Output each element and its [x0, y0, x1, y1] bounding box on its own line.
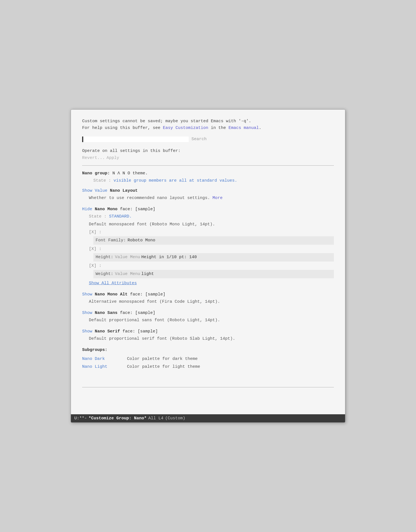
nano-mono-field2-label: Height:	[96, 254, 113, 261]
nano-layout-show-hide[interactable]: Show Value	[82, 188, 107, 193]
nano-mono-field2: Height: Value Menu Height in 1/10 pt: 14…	[93, 253, 334, 262]
info-line1: Custom settings cannot be saved; maybe y…	[82, 119, 251, 124]
nano-mono-field2-value: Height in 1/10 pt: 140	[141, 254, 197, 261]
nano-mono-alt-name: Nano Mono Alt	[95, 292, 128, 297]
nano-mono-state-value: STANDARD.	[109, 214, 132, 219]
nano-mono-field3-label: Weight:	[96, 271, 113, 277]
nano-mono-alt-entry: Show Nano Mono Alt face: [sample] Altern…	[82, 291, 334, 305]
nano-group-state-line: State : visible group members are all at…	[93, 177, 334, 184]
nano-sans-entry: Show Nano Sans face: [sample] Default pr…	[82, 310, 334, 324]
nano-mono-checkbox3: [X] :	[89, 263, 334, 269]
search-row: Search	[82, 136, 334, 143]
subgroups-section: Subgroups: Nano Dark Color palette for d…	[82, 347, 334, 370]
nano-serif-desc: Default proportional serif font (Roboto …	[89, 336, 334, 342]
nano-mono-show-all[interactable]: Show All Attributes	[89, 280, 334, 287]
nano-group-state-colon: :	[108, 178, 114, 183]
nano-mono-name: Nano Mono	[95, 207, 117, 212]
nano-serif-name: Nano Serif	[95, 329, 120, 334]
bottom-padding	[82, 392, 334, 403]
nano-mono-field2-menu[interactable]: Value Menu	[115, 254, 140, 261]
search-label: Search	[191, 136, 207, 143]
bottom-separator	[82, 387, 334, 387]
apply-button[interactable]: Apply	[107, 156, 119, 160]
operate-buttons: Revert... Apply	[82, 156, 334, 160]
subgroup-table: Nano Dark Color palette for dark theme N…	[82, 356, 334, 370]
subgroup-dark-desc: Color palette for dark theme	[127, 356, 198, 362]
emacs-window: Custom settings cannot be saved; maybe y…	[71, 109, 345, 423]
nano-sans-desc: Default proportional sans font (Roboto L…	[89, 317, 334, 324]
status-right: All L4	[148, 416, 163, 421]
nano-mono-alt-show-hide[interactable]: Show	[82, 292, 92, 297]
info-line2: For help using this buffer, see	[82, 126, 160, 130]
nano-group-state-label: State	[93, 178, 106, 183]
nano-group-state-value: visible group members are all at standar…	[114, 178, 237, 183]
nano-mono-field1-label: Font Family:	[96, 237, 126, 244]
search-input[interactable]	[84, 137, 174, 142]
nano-mono-desc: Default monospaced font (Roboto Mono Lig…	[89, 221, 334, 228]
top-separator	[82, 165, 334, 166]
cursor-bar	[82, 137, 83, 142]
easy-customization-link[interactable]: Easy Customization	[163, 126, 208, 130]
nano-serif-title: Show Nano Serif face: [sample]	[82, 328, 334, 335]
nano-group-value: N Λ N O theme.	[112, 171, 148, 176]
nano-mono-field3: Weight: Value Menu light	[93, 270, 334, 278]
subgroup-light-link[interactable]: Nano Light	[82, 364, 127, 370]
nano-serif-face: face: [sample]	[123, 329, 158, 334]
nano-layout-more-link[interactable]: More	[212, 196, 223, 200]
emacs-manual-link[interactable]: Emacs manual	[228, 126, 259, 130]
nano-mono-checkbox1-label[interactable]: [X] :	[89, 229, 101, 236]
nano-mono-checkbox1: [X] :	[89, 229, 334, 236]
status-left: U:**-	[74, 416, 87, 421]
nano-sans-show-hide[interactable]: Show	[82, 311, 92, 315]
nano-sans-name: Nano Sans	[95, 311, 117, 315]
nano-mono-checkbox2-label[interactable]: [X] :	[89, 246, 101, 253]
nano-serif-show-hide[interactable]: Show	[82, 329, 92, 334]
operate-label: Operate on all settings in this buffer:	[82, 148, 334, 154]
nano-layout-desc-text: Whether to use recommended nano layout s…	[89, 196, 210, 200]
nano-serif-entry: Show Nano Serif face: [sample] Default p…	[82, 328, 334, 342]
nano-group-label: Nano group:	[82, 171, 110, 176]
nano-mono-face: face: [sample]	[120, 207, 155, 212]
bottom-spacer	[82, 375, 334, 383]
info-period: .	[259, 126, 261, 130]
nano-group-heading: Nano group: N Λ N O theme.	[82, 170, 334, 177]
subgroup-dark-row: Nano Dark Color palette for dark theme	[82, 356, 334, 362]
nano-layout-name: Nano Layout	[110, 188, 138, 193]
status-title: *Customize Group: Nano*	[89, 416, 147, 421]
status-bar: U:**- *Customize Group: Nano* All L4 (Cu…	[71, 414, 345, 422]
subgroup-light-row: Nano Light Color palette for light theme	[82, 364, 334, 370]
nano-layout-desc: Whether to use recommended nano layout s…	[89, 195, 334, 202]
nano-mono-checkbox2: [X] :	[89, 246, 334, 253]
subgroup-light-desc: Color palette for light theme	[127, 364, 200, 370]
main-content: Custom settings cannot be saved; maybe y…	[71, 110, 345, 409]
nano-mono-field1-value[interactable]: Roboto Mono	[128, 237, 155, 244]
search-input-wrapper[interactable]	[82, 137, 189, 142]
info-text: Custom settings cannot be saved; maybe y…	[82, 118, 334, 131]
revert-button[interactable]: Revert...	[82, 156, 105, 160]
operate-section: Operate on all settings in this buffer: …	[82, 148, 334, 160]
nano-sans-title: Show Nano Sans face: [sample]	[82, 310, 334, 316]
nano-mono-show-hide[interactable]: Hide	[82, 207, 92, 212]
nano-mono-title: Hide Nano Mono face: [sample]	[82, 206, 334, 213]
nano-sans-face: face: [sample]	[120, 311, 155, 315]
subgroup-dark-link[interactable]: Nano Dark	[82, 356, 127, 362]
subgroups-heading: Subgroups:	[82, 347, 334, 353]
nano-mono-alt-face: face: [sample]	[130, 292, 165, 297]
nano-mono-state: State : STANDARD.	[89, 213, 334, 220]
nano-layout-title: Show Value Nano Layout	[82, 188, 334, 194]
nano-mono-entry: Hide Nano Mono face: [sample] State : ST…	[82, 206, 334, 287]
nano-mono-field1: Font Family: Roboto Mono	[93, 236, 334, 245]
nano-layout-entry: Show Value Nano Layout Whether to use re…	[82, 188, 334, 202]
nano-mono-checkbox3-label[interactable]: [X] :	[89, 263, 101, 269]
nano-mono-field3-menu[interactable]: Value Menu	[115, 271, 140, 277]
status-mode: (Custom)	[165, 416, 185, 421]
nano-mono-state-colon: :	[104, 214, 109, 219]
nano-mono-alt-title: Show Nano Mono Alt face: [sample]	[82, 291, 334, 298]
nano-mono-alt-desc: Alternative monospaced font (Fira Code L…	[89, 299, 334, 305]
info-link2-prefix: in the	[211, 126, 226, 130]
nano-mono-field3-value: light	[141, 271, 154, 277]
nano-mono-state-label: State	[89, 214, 101, 219]
